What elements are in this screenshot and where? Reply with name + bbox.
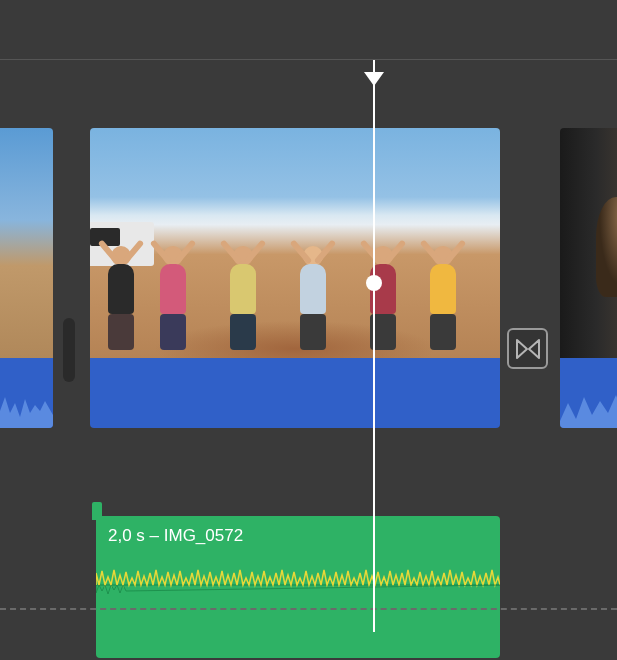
audio-clip-label: 2,0 s – IMG_0572 bbox=[108, 526, 243, 546]
video-clip-next[interactable] bbox=[560, 128, 617, 428]
clip-audio-waveform bbox=[560, 358, 617, 428]
video-clip-prev[interactable] bbox=[0, 128, 53, 428]
clip-audio-waveform bbox=[90, 358, 500, 428]
label-separator: – bbox=[145, 526, 164, 545]
video-track: 2,0 s – IMG_0572 bbox=[0, 128, 617, 503]
clip-thumbnail bbox=[560, 128, 617, 358]
audio-duration: 2,0 s bbox=[108, 526, 145, 545]
timeline[interactable]: 2,0 s – IMG_0572 bbox=[0, 60, 617, 632]
clip-thumbnail bbox=[0, 128, 53, 358]
toolbar-area bbox=[0, 0, 617, 60]
detached-audio-clip[interactable]: 2,0 s – IMG_0572 bbox=[96, 516, 500, 658]
clip-trim-handle[interactable] bbox=[63, 318, 75, 382]
track-divider bbox=[0, 608, 617, 610]
clip-audio-waveform bbox=[0, 358, 53, 428]
video-clip-current[interactable] bbox=[90, 128, 500, 428]
audio-link-indicator bbox=[92, 502, 102, 520]
playhead-marker-icon bbox=[364, 72, 384, 86]
clip-thumbnail bbox=[90, 128, 500, 358]
transition-crossdissolve[interactable] bbox=[507, 328, 548, 369]
transition-icon bbox=[515, 336, 541, 362]
audio-waveform bbox=[96, 560, 500, 610]
audio-clip-name: IMG_0572 bbox=[164, 526, 243, 545]
